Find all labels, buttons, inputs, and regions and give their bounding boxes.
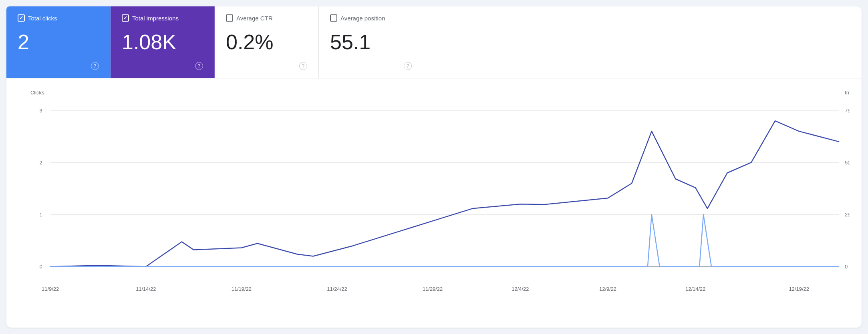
y-tick-1: 1 — [40, 212, 42, 218]
metrics-row: Total clicks 2 ? Total impressions 1.08K… — [6, 6, 862, 78]
x-label-1124: 11/24/22 — [327, 286, 347, 292]
y-tick-3: 3 — [40, 108, 42, 114]
y-right-tick-0: 0 — [845, 264, 848, 270]
checkbox-total-clicks[interactable] — [18, 14, 25, 22]
metric-value-average-position: 55.1 — [330, 32, 412, 52]
help-icon-total-clicks[interactable]: ? — [91, 62, 99, 70]
x-label-1209: 12/9/22 — [599, 286, 616, 292]
help-icon-average-ctr[interactable]: ? — [299, 62, 307, 70]
x-label-1214: 12/14/22 — [685, 286, 705, 292]
chart-axis-label-right: Impressions — [845, 90, 850, 96]
y-tick-2: 2 — [40, 160, 42, 166]
x-label-1109: 11/9/22 — [42, 286, 59, 292]
checkbox-average-position[interactable] — [330, 14, 337, 22]
metric-value-total-impressions: 1.08K — [122, 32, 203, 52]
metric-card-average-ctr[interactable]: Average CTR 0.2% ? — [215, 6, 319, 78]
metric-value-average-ctr: 0.2% — [226, 32, 307, 52]
metric-label-total-clicks: Total clicks — [18, 14, 99, 22]
metric-card-total-impressions[interactable]: Total impressions 1.08K ? — [111, 6, 215, 78]
x-label-1219: 12/19/22 — [789, 286, 809, 292]
y-right-tick-50: 50 — [845, 160, 850, 166]
metric-label-average-ctr: Average CTR — [226, 14, 307, 22]
chart-svg: Clicks 3 2 1 0 Impressions 75 50 25 0 11… — [26, 86, 850, 319]
y-right-tick-75: 75 — [845, 108, 850, 114]
x-label-1114: 11/14/22 — [136, 286, 156, 292]
chart-axis-label-left: Clicks — [30, 90, 44, 96]
x-label-1204: 12/4/22 — [512, 286, 529, 292]
help-icon-average-position[interactable]: ? — [404, 62, 412, 70]
y-tick-0: 0 — [40, 264, 42, 270]
y-right-tick-25: 25 — [845, 212, 850, 218]
metric-label-average-position: Average position — [330, 14, 412, 22]
impressions-line — [50, 121, 839, 266]
x-label-1129: 11/29/22 — [423, 286, 443, 292]
clicks-line — [50, 214, 839, 266]
metric-card-total-clicks[interactable]: Total clicks 2 ? — [6, 6, 111, 78]
metric-value-total-clicks: 2 — [18, 32, 99, 52]
checkbox-total-impressions[interactable] — [122, 14, 129, 22]
chart-area: Clicks 3 2 1 0 Impressions 75 50 25 0 11… — [6, 78, 862, 331]
main-container: Total clicks 2 ? Total impressions 1.08K… — [6, 6, 862, 328]
metric-card-average-position[interactable]: Average position 55.1 ? — [319, 6, 423, 78]
help-icon-total-impressions[interactable]: ? — [195, 62, 203, 70]
checkbox-average-ctr[interactable] — [226, 14, 233, 22]
x-label-1119: 11/19/22 — [232, 286, 252, 292]
metric-label-total-impressions: Total impressions — [122, 14, 203, 22]
